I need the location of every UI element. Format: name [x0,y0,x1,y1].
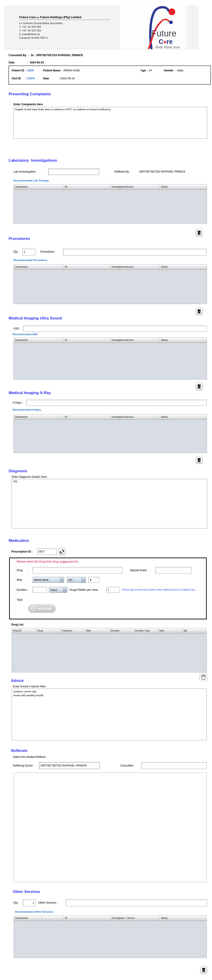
consultant-input[interactable] [141,762,207,769]
xrays-label: X-Rays : [13,401,23,404]
way-select[interactable]: Before Meal ▼ [32,577,64,583]
col-investigation-service: Investigation / Service [110,916,159,921]
frequency-select[interactable]: OD ▼ [67,577,86,583]
procedures-table-body [14,270,207,304]
visit-date-value: 2024-05-24 [61,77,74,80]
delete-other-services-list-button[interactable] [200,966,207,974]
col-investigation-service: Investigation/Service [110,185,159,189]
procedures-qty-label: Qty : [13,250,19,253]
delete-uss-list-button[interactable] [196,382,202,390]
advice-textarea[interactable]: continue current mgt review with pending… [11,689,207,740]
delete-lab-list-button[interactable] [196,229,202,237]
chevron-down-icon: ▼ [60,577,64,582]
col-fequency: Fequency [61,628,85,633]
uss-table-body [14,343,207,379]
col-duration-type: Duration Type [133,628,158,633]
duration-label: Duration : [17,588,29,592]
section-heading-diagnosis: Diagnosis [9,469,27,473]
patient-id-pair: Patient ID : 2529 [11,69,34,72]
patient-info-box: Patient ID : 2529 Patient Name : RIMAN I… [8,65,211,84]
per-meal-input[interactable] [106,587,119,593]
logo-care-re: re [166,38,173,45]
section-heading-procedures: Procedures [9,237,30,241]
recommended-xrays-link[interactable]: Recommended X-Rays [13,408,41,411]
xrays-input[interactable] [26,400,207,406]
col-investigation-service: Investigation/Service [110,264,159,269]
company-title: Future Care by Future Holdings (Pty) Lim… [19,16,110,20]
frequency-selected-value: OD [68,578,72,581]
section-heading-ultrasound: Medical Imaging Ultra Sound [9,316,62,321]
other-services-qty-input[interactable] [23,899,35,906]
drug-list-table-header: Drug ID Drug Fequency Way Duration Durat… [12,628,207,633]
recommended-lab-testings-link[interactable]: Recommended Lab Testings [13,179,49,182]
patient-gender-value: Male [177,69,183,72]
uss-input[interactable] [23,326,207,332]
drug-entry-box: Please select the Drug from Drug suggess… [9,558,207,619]
refresh-prescription-button[interactable] [58,548,66,555]
trash-icon [198,458,201,462]
recommended-procedures-link[interactable]: Recommended Procedures [13,259,47,261]
reffering-doctor-input[interactable] [39,762,100,769]
logo-wordmark-care: C♥re [159,38,173,45]
refresh-icon [59,549,65,554]
xray-table-header: Department ID Investigation/Service Stat… [14,415,207,420]
patient-gender-pair: Gender : Male [164,69,183,72]
uss-label: USS : [13,327,21,330]
procedures-input[interactable] [63,249,207,256]
recommended-other-services-link[interactable]: Recommended Other Services [15,910,53,913]
consult-date-label: Date : [9,61,27,64]
logo-blue-dot [169,21,173,24]
col-department: Department [14,338,64,343]
col-status: Status [159,916,207,921]
company-title-by: by [37,16,39,19]
recommended-uss-link[interactable]: Recommended USS [13,333,37,336]
uss-table-header: Department ID Investigation/Service Stat… [14,338,207,343]
other-services-table-body [14,921,207,958]
trash-outline-icon [201,675,206,679]
section-heading-other-services: Other Services [13,889,40,894]
add-drug-button[interactable]: + Add Drug [28,605,56,613]
special-notes-label: Special Notes : [130,569,150,572]
delete-procedures-list-button[interactable] [196,307,202,315]
consultant-label: Consultant [120,764,133,767]
patient-age-label: Age : [141,69,148,72]
lab-investigation-input[interactable] [48,169,99,175]
trash-icon [202,968,206,972]
plus-circle-icon: + [31,606,36,611]
other-services-input[interactable] [66,899,207,906]
col-drug-id: Drug ID [12,628,36,633]
reffered-by-value: ORITSETSETOS RAPHAEL PINNICK [139,170,185,173]
section-heading-xray: Medical Imaging X-Ray [9,391,51,395]
col-status: Status [159,415,207,420]
visit-id-pair: Visit ID : 13074 [11,77,35,80]
delete-drug-list-button[interactable] [200,673,207,681]
company-email: E: jude@future.sc [19,32,115,36]
prescription-id-label: Prescription ID : [11,550,32,553]
col-status: Status [159,338,207,343]
way-label: Way : [17,578,27,581]
drug-list-table: Drug ID Drug Fequency Way Duration Durat… [11,628,207,672]
col-note: Note [158,628,182,633]
xray-table-body [14,420,207,453]
complaints-textarea[interactable]: Doppler of both lower limbs show no evid… [13,107,207,139]
company-title-part1: Future Care [19,16,36,19]
diagnosis-textarea[interactable]: ISQ [11,479,207,528]
lab-table-body [14,189,207,223]
company-phone2: T: +24 84 225 252 [19,29,115,32]
duration-type-select[interactable]: Day/s ▼ [49,587,67,593]
col-id: ID [64,264,110,269]
delete-xray-list-button[interactable] [196,456,202,464]
consulted-by-row: Consulted By : Dr. ORITSETSETOS RAPHAEL … [9,54,83,57]
procedures-qty-input[interactable] [22,249,35,256]
special-notes-input[interactable] [156,567,191,573]
other-services-qty-label: Qty : [13,901,19,904]
way-qty-input[interactable] [88,577,100,583]
col-department: Department [14,185,64,189]
duration-input[interactable] [32,587,47,593]
per-meal-label: Drugs/Tablets per meal : [69,588,99,592]
consulted-by-value: Dr. ORITSETSETOS RAPHAEL PINNICK [31,54,83,57]
section-heading-presenting-complaints: Presenting Complaints [9,92,51,96]
prescription-id-input[interactable] [37,549,57,555]
drug-input[interactable] [32,567,123,573]
col-id: ID [64,415,110,420]
